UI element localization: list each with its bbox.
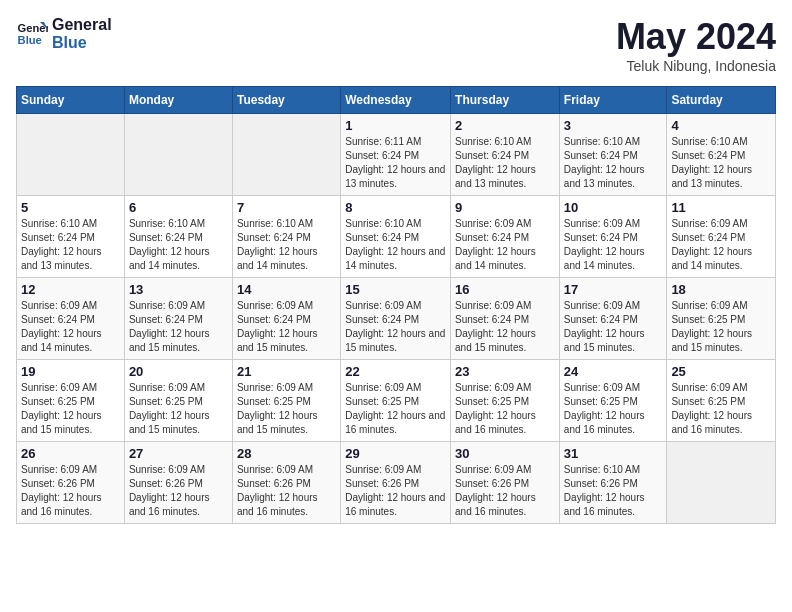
calendar-week-2: 5Sunrise: 6:10 AMSunset: 6:24 PMDaylight… <box>17 196 776 278</box>
calendar-cell: 9Sunrise: 6:09 AMSunset: 6:24 PMDaylight… <box>451 196 560 278</box>
col-thursday: Thursday <box>451 87 560 114</box>
calendar-cell: 12Sunrise: 6:09 AMSunset: 6:24 PMDayligh… <box>17 278 125 360</box>
calendar-cell <box>667 442 776 524</box>
day-info: Sunrise: 6:09 AMSunset: 6:25 PMDaylight:… <box>129 381 228 437</box>
day-number: 8 <box>345 200 446 215</box>
day-number: 27 <box>129 446 228 461</box>
day-number: 6 <box>129 200 228 215</box>
calendar-cell: 14Sunrise: 6:09 AMSunset: 6:24 PMDayligh… <box>232 278 340 360</box>
calendar-cell: 24Sunrise: 6:09 AMSunset: 6:25 PMDayligh… <box>559 360 667 442</box>
day-number: 4 <box>671 118 771 133</box>
calendar-cell: 26Sunrise: 6:09 AMSunset: 6:26 PMDayligh… <box>17 442 125 524</box>
calendar-cell: 16Sunrise: 6:09 AMSunset: 6:24 PMDayligh… <box>451 278 560 360</box>
day-info: Sunrise: 6:10 AMSunset: 6:24 PMDaylight:… <box>564 135 663 191</box>
calendar-cell: 20Sunrise: 6:09 AMSunset: 6:25 PMDayligh… <box>124 360 232 442</box>
day-info: Sunrise: 6:09 AMSunset: 6:24 PMDaylight:… <box>455 299 555 355</box>
day-info: Sunrise: 6:09 AMSunset: 6:24 PMDaylight:… <box>237 299 336 355</box>
day-info: Sunrise: 6:09 AMSunset: 6:26 PMDaylight:… <box>21 463 120 519</box>
calendar-cell: 19Sunrise: 6:09 AMSunset: 6:25 PMDayligh… <box>17 360 125 442</box>
calendar-cell: 2Sunrise: 6:10 AMSunset: 6:24 PMDaylight… <box>451 114 560 196</box>
day-info: Sunrise: 6:09 AMSunset: 6:26 PMDaylight:… <box>455 463 555 519</box>
day-info: Sunrise: 6:09 AMSunset: 6:24 PMDaylight:… <box>455 217 555 273</box>
calendar-cell: 15Sunrise: 6:09 AMSunset: 6:24 PMDayligh… <box>341 278 451 360</box>
day-info: Sunrise: 6:10 AMSunset: 6:24 PMDaylight:… <box>345 217 446 273</box>
day-number: 24 <box>564 364 663 379</box>
day-info: Sunrise: 6:09 AMSunset: 6:25 PMDaylight:… <box>21 381 120 437</box>
calendar-cell: 28Sunrise: 6:09 AMSunset: 6:26 PMDayligh… <box>232 442 340 524</box>
calendar-cell: 11Sunrise: 6:09 AMSunset: 6:24 PMDayligh… <box>667 196 776 278</box>
calendar-cell: 4Sunrise: 6:10 AMSunset: 6:24 PMDaylight… <box>667 114 776 196</box>
col-monday: Monday <box>124 87 232 114</box>
calendar-cell: 18Sunrise: 6:09 AMSunset: 6:25 PMDayligh… <box>667 278 776 360</box>
day-info: Sunrise: 6:09 AMSunset: 6:25 PMDaylight:… <box>345 381 446 437</box>
day-number: 26 <box>21 446 120 461</box>
calendar-cell: 25Sunrise: 6:09 AMSunset: 6:25 PMDayligh… <box>667 360 776 442</box>
day-info: Sunrise: 6:09 AMSunset: 6:24 PMDaylight:… <box>345 299 446 355</box>
calendar-cell <box>232 114 340 196</box>
calendar-cell: 31Sunrise: 6:10 AMSunset: 6:26 PMDayligh… <box>559 442 667 524</box>
logo-text-blue: Blue <box>52 34 112 52</box>
day-number: 1 <box>345 118 446 133</box>
day-number: 16 <box>455 282 555 297</box>
calendar-week-1: 1Sunrise: 6:11 AMSunset: 6:24 PMDaylight… <box>17 114 776 196</box>
day-number: 20 <box>129 364 228 379</box>
calendar-cell: 6Sunrise: 6:10 AMSunset: 6:24 PMDaylight… <box>124 196 232 278</box>
day-info: Sunrise: 6:09 AMSunset: 6:24 PMDaylight:… <box>671 217 771 273</box>
calendar-cell: 23Sunrise: 6:09 AMSunset: 6:25 PMDayligh… <box>451 360 560 442</box>
day-number: 25 <box>671 364 771 379</box>
title-area: May 2024 Teluk Nibung, Indonesia <box>616 16 776 74</box>
day-info: Sunrise: 6:10 AMSunset: 6:26 PMDaylight:… <box>564 463 663 519</box>
calendar-cell: 30Sunrise: 6:09 AMSunset: 6:26 PMDayligh… <box>451 442 560 524</box>
day-info: Sunrise: 6:09 AMSunset: 6:24 PMDaylight:… <box>21 299 120 355</box>
calendar-cell: 17Sunrise: 6:09 AMSunset: 6:24 PMDayligh… <box>559 278 667 360</box>
day-number: 30 <box>455 446 555 461</box>
day-number: 22 <box>345 364 446 379</box>
month-title: May 2024 <box>616 16 776 58</box>
day-info: Sunrise: 6:10 AMSunset: 6:24 PMDaylight:… <box>455 135 555 191</box>
page-header: General Blue General Blue May 2024 Teluk… <box>16 16 776 74</box>
day-number: 31 <box>564 446 663 461</box>
day-number: 29 <box>345 446 446 461</box>
col-wednesday: Wednesday <box>341 87 451 114</box>
day-number: 15 <box>345 282 446 297</box>
logo-icon: General Blue <box>16 18 48 50</box>
day-number: 19 <box>21 364 120 379</box>
logo-text-general: General <box>52 16 112 34</box>
col-saturday: Saturday <box>667 87 776 114</box>
calendar-cell <box>124 114 232 196</box>
day-info: Sunrise: 6:09 AMSunset: 6:26 PMDaylight:… <box>129 463 228 519</box>
day-info: Sunrise: 6:10 AMSunset: 6:24 PMDaylight:… <box>671 135 771 191</box>
calendar-cell: 27Sunrise: 6:09 AMSunset: 6:26 PMDayligh… <box>124 442 232 524</box>
day-number: 7 <box>237 200 336 215</box>
day-info: Sunrise: 6:09 AMSunset: 6:25 PMDaylight:… <box>237 381 336 437</box>
calendar-cell: 29Sunrise: 6:09 AMSunset: 6:26 PMDayligh… <box>341 442 451 524</box>
day-info: Sunrise: 6:10 AMSunset: 6:24 PMDaylight:… <box>21 217 120 273</box>
calendar-cell: 10Sunrise: 6:09 AMSunset: 6:24 PMDayligh… <box>559 196 667 278</box>
calendar-cell: 8Sunrise: 6:10 AMSunset: 6:24 PMDaylight… <box>341 196 451 278</box>
day-number: 17 <box>564 282 663 297</box>
day-number: 18 <box>671 282 771 297</box>
calendar-cell <box>17 114 125 196</box>
logo: General Blue General Blue <box>16 16 112 51</box>
calendar-cell: 7Sunrise: 6:10 AMSunset: 6:24 PMDaylight… <box>232 196 340 278</box>
day-number: 3 <box>564 118 663 133</box>
svg-text:Blue: Blue <box>18 33 42 45</box>
day-info: Sunrise: 6:09 AMSunset: 6:25 PMDaylight:… <box>455 381 555 437</box>
day-info: Sunrise: 6:09 AMSunset: 6:24 PMDaylight:… <box>564 217 663 273</box>
day-info: Sunrise: 6:09 AMSunset: 6:26 PMDaylight:… <box>237 463 336 519</box>
location: Teluk Nibung, Indonesia <box>616 58 776 74</box>
col-friday: Friday <box>559 87 667 114</box>
col-tuesday: Tuesday <box>232 87 340 114</box>
calendar-cell: 5Sunrise: 6:10 AMSunset: 6:24 PMDaylight… <box>17 196 125 278</box>
col-sunday: Sunday <box>17 87 125 114</box>
day-number: 10 <box>564 200 663 215</box>
day-number: 2 <box>455 118 555 133</box>
calendar-week-4: 19Sunrise: 6:09 AMSunset: 6:25 PMDayligh… <box>17 360 776 442</box>
day-info: Sunrise: 6:09 AMSunset: 6:25 PMDaylight:… <box>564 381 663 437</box>
day-number: 11 <box>671 200 771 215</box>
calendar-header-row: Sunday Monday Tuesday Wednesday Thursday… <box>17 87 776 114</box>
calendar-cell: 21Sunrise: 6:09 AMSunset: 6:25 PMDayligh… <box>232 360 340 442</box>
day-number: 28 <box>237 446 336 461</box>
day-info: Sunrise: 6:09 AMSunset: 6:24 PMDaylight:… <box>564 299 663 355</box>
day-info: Sunrise: 6:09 AMSunset: 6:26 PMDaylight:… <box>345 463 446 519</box>
